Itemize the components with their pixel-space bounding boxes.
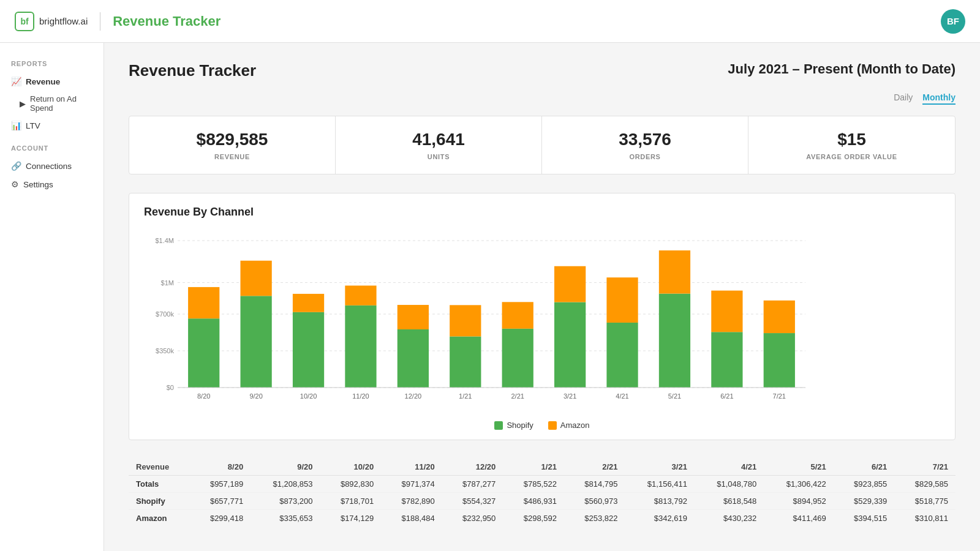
- table-cell: $342,619: [625, 510, 695, 527]
- amazon-legend-label: Amazon: [560, 421, 590, 430]
- logo-text: brightflow.ai: [39, 16, 88, 26]
- table-header-row: Revenue 8/209/2010/2011/2012/201/212/213…: [129, 459, 956, 476]
- layout: REPORTS 📈 Revenue ▶ Return on Ad Spend 📊…: [0, 43, 980, 551]
- svg-rect-31: [554, 302, 586, 388]
- table-cell: $1,156,411: [625, 476, 695, 493]
- svg-text:10/20: 10/20: [300, 392, 317, 400]
- table-cell: $253,822: [564, 510, 625, 527]
- svg-rect-35: [606, 277, 638, 323]
- svg-rect-16: [293, 312, 324, 388]
- svg-text:11/20: 11/20: [352, 392, 369, 400]
- toggle-daily[interactable]: Daily: [894, 92, 913, 105]
- table-col-header-month: 3/21: [625, 459, 695, 476]
- svg-rect-10: [188, 318, 219, 388]
- table-row-label: Shopify: [129, 493, 190, 510]
- svg-rect-40: [711, 332, 742, 388]
- svg-rect-11: [188, 287, 219, 318]
- table-cell: $529,339: [834, 493, 895, 510]
- kpi-revenue: $829,585 REVENUE: [129, 116, 336, 174]
- table-cell: $718,701: [320, 493, 382, 510]
- connections-icon: 🔗: [11, 161, 21, 171]
- page-title: Revenue Tracker: [129, 61, 256, 80]
- table-col-header-month: 10/20: [320, 459, 382, 476]
- svg-rect-13: [241, 296, 272, 388]
- settings-icon: ⚙: [11, 179, 19, 189]
- chart-title: Revenue By Channel: [144, 206, 940, 219]
- table-cell: $923,855: [834, 476, 895, 493]
- table-col-header-month: 4/21: [695, 459, 764, 476]
- svg-text:$350k: $350k: [156, 347, 174, 354]
- chart-legend: Shopify Amazon: [144, 421, 940, 430]
- reports-section-label: REPORTS: [0, 60, 104, 72]
- table-col-header-revenue: Revenue: [129, 459, 190, 476]
- account-section-label: ACCOUNT: [0, 144, 104, 157]
- shopify-legend-dot: [494, 421, 503, 430]
- app-header: bf brightflow.ai Revenue Tracker BF: [0, 0, 980, 43]
- table-col-header-month: 12/20: [442, 459, 503, 476]
- kpi-orders-value: 33,576: [554, 130, 736, 149]
- table-cell: $894,952: [764, 493, 833, 510]
- table-body: Totals$957,189$1,208,853$892,830$971,374…: [129, 476, 956, 527]
- avatar[interactable]: BF: [941, 9, 965, 34]
- svg-rect-28: [502, 329, 533, 388]
- table-cell: $814,795: [564, 476, 625, 493]
- table-cell: $174,129: [320, 510, 382, 527]
- table-col-header-month: 2/21: [564, 459, 625, 476]
- sidebar-item-connections-label: Connections: [26, 162, 72, 171]
- table-cell: $892,830: [320, 476, 382, 493]
- svg-text:3/21: 3/21: [564, 392, 576, 400]
- svg-text:4/21: 4/21: [616, 392, 628, 400]
- table-cell: $657,771: [190, 493, 251, 510]
- page-header-row: Revenue Tracker July 2021 – Present (Mon…: [129, 61, 956, 80]
- chart-container: $0$350k$700k$1M$1.4M8/209/2010/2011/2012…: [144, 228, 940, 414]
- table-row-label: Totals: [129, 476, 190, 493]
- table-cell: $873,200: [251, 493, 320, 510]
- table-col-header-month: 7/21: [894, 459, 956, 476]
- sidebar-item-settings-label: Settings: [23, 180, 53, 189]
- header-divider: [100, 12, 100, 31]
- table-cell: $1,048,780: [695, 476, 764, 493]
- svg-rect-14: [241, 261, 272, 296]
- kpi-revenue-label: REVENUE: [141, 153, 323, 160]
- svg-rect-25: [450, 337, 481, 388]
- amazon-legend-dot: [548, 421, 557, 430]
- logo-icon: bf: [15, 12, 34, 31]
- sidebar-item-connections[interactable]: 🔗 Connections: [0, 157, 104, 175]
- svg-rect-32: [554, 266, 586, 302]
- table-col-header-month: 6/21: [834, 459, 895, 476]
- table-col-header-month: 8/20: [190, 459, 251, 476]
- table-cell: $813,792: [625, 493, 695, 510]
- sidebar-item-roas[interactable]: ▶ Return on Ad Spend: [0, 91, 104, 116]
- toggle-monthly[interactable]: Monthly: [922, 92, 956, 105]
- svg-rect-20: [345, 285, 376, 305]
- table-cell: $335,653: [251, 510, 320, 527]
- table-cell: $486,931: [503, 493, 564, 510]
- kpi-orders-label: ORDERS: [554, 153, 736, 160]
- table-cell: $554,327: [442, 493, 503, 510]
- sidebar-item-settings[interactable]: ⚙ Settings: [0, 175, 104, 193]
- kpi-units-label: UNITS: [348, 153, 529, 160]
- table-row-label: Amazon: [129, 510, 190, 527]
- table-cell: $618,548: [695, 493, 764, 510]
- svg-text:$700k: $700k: [156, 310, 174, 318]
- svg-text:7/21: 7/21: [773, 392, 786, 400]
- table-cell: $829,585: [894, 476, 956, 493]
- svg-text:1/21: 1/21: [459, 392, 472, 400]
- svg-text:8/20: 8/20: [197, 392, 210, 400]
- svg-rect-38: [659, 250, 690, 294]
- view-toggle: Daily Monthly: [129, 92, 956, 105]
- table-col-header-month: 5/21: [764, 459, 833, 476]
- data-table: Revenue 8/209/2010/2011/2012/201/212/213…: [129, 459, 956, 527]
- table-col-header-month: 11/20: [381, 459, 442, 476]
- header-title: Revenue Tracker: [113, 13, 221, 29]
- svg-text:12/20: 12/20: [405, 392, 422, 400]
- kpi-aov: $15 AVERAGE ORDER VALUE: [748, 116, 955, 174]
- main-content: Revenue Tracker July 2021 – Present (Mon…: [104, 43, 980, 551]
- sidebar-item-revenue[interactable]: 📈 Revenue: [0, 72, 104, 91]
- table-cell: $1,208,853: [251, 476, 320, 493]
- date-range: July 2021 – Present (Month to Date): [728, 61, 956, 77]
- table-cell: $188,484: [381, 510, 442, 527]
- svg-rect-29: [502, 302, 533, 329]
- sidebar-item-ltv[interactable]: 📊 LTV: [0, 116, 104, 135]
- svg-rect-22: [398, 329, 429, 388]
